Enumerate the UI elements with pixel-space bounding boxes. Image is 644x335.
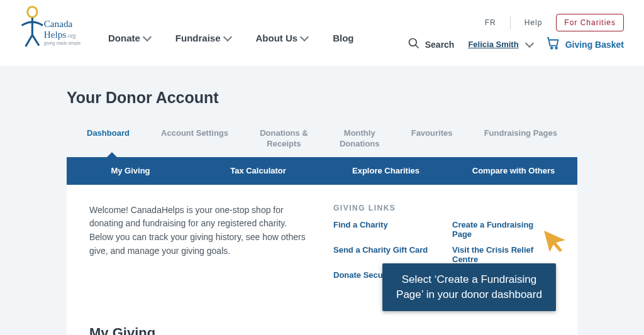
logo-tagline: giving made simple (44, 41, 81, 46)
help-link[interactable]: Help (525, 18, 543, 27)
logo-text-helps: Helps.org (44, 29, 76, 40)
subtab-my-giving[interactable]: My Giving (67, 166, 194, 175)
nav-fundraise[interactable]: Fundraise (175, 33, 231, 43)
link-send-gift-card[interactable]: Send a Charity Gift Card (333, 245, 436, 264)
nav-about-us[interactable]: About Us (256, 33, 308, 43)
site-logo[interactable]: Canada Helps.org giving made simple (19, 4, 96, 53)
divider (510, 16, 511, 30)
tab-account-settings[interactable]: Account Settings (161, 128, 228, 150)
svg-point-3 (551, 47, 553, 49)
canadahelps-logo-icon: Canada Helps.org giving made simple (19, 4, 96, 53)
svg-point-0 (28, 7, 37, 18)
link-crisis-relief-centre[interactable]: Visit the Crisis Relief Centre (452, 245, 555, 264)
svg-line-2 (415, 45, 418, 48)
account-tabs: Dashboard Account Settings Donations &Re… (67, 128, 577, 155)
for-charities-button[interactable]: For Charities (556, 14, 624, 31)
header-right-nav: Search Felicia Smith Giving Basket (408, 36, 624, 52)
giving-basket-link[interactable]: Giving Basket (547, 36, 624, 52)
welcome-text: Welcome! CanadaHelps is your one-stop sh… (89, 204, 308, 280)
dashboard-panel: Welcome! CanadaHelps is your one-stop sh… (67, 185, 577, 335)
logo-text-canada: Canada (44, 18, 73, 29)
link-find-charity[interactable]: Find a Charity (333, 220, 436, 239)
svg-point-1 (409, 39, 416, 47)
nav-blog[interactable]: Blog (333, 33, 353, 43)
tab-dashboard[interactable]: Dashboard (87, 128, 130, 150)
subtab-tax-calculator[interactable]: Tax Calculator (194, 166, 322, 175)
link-create-fundraising-page[interactable]: Create a Fundraising Page (452, 220, 555, 239)
tab-fundraising-pages[interactable]: Fundraising Pages (484, 128, 557, 150)
chevron-down-icon (223, 33, 231, 41)
dashboard-subnav: My Giving Tax Calculator Explore Chariti… (67, 157, 577, 185)
language-fr-link[interactable]: FR (485, 18, 496, 27)
tab-favourites[interactable]: Favourites (411, 128, 453, 150)
tutorial-callout: Select ‘Create a Fundraising Page’ in yo… (382, 263, 556, 311)
page-title: Your Donor Account (67, 89, 577, 107)
user-menu[interactable]: Felicia Smith (468, 40, 532, 49)
subtab-compare-others[interactable]: Compare with Others (450, 166, 577, 175)
primary-nav: Donate Fundraise About Us Blog (108, 33, 354, 43)
user-name-label: Felicia Smith (468, 40, 518, 49)
my-giving-heading: My Giving (89, 325, 555, 335)
chevron-down-icon (300, 33, 309, 41)
chevron-down-icon (143, 33, 152, 41)
top-utility-links: FR Help For Charities (485, 14, 624, 31)
svg-point-4 (555, 47, 557, 49)
cart-icon (547, 36, 560, 52)
tab-monthly-donations[interactable]: MonthlyDonations (340, 128, 380, 150)
tab-donations-receipts[interactable]: Donations &Receipts (260, 128, 308, 150)
chevron-down-icon (525, 39, 534, 48)
site-header: FR Help For Charities Canada Helps.org g… (0, 0, 644, 66)
giving-links-heading: GIVING LINKS (333, 204, 555, 212)
search-button[interactable]: Search (408, 37, 455, 52)
subtab-explore-charities[interactable]: Explore Charities (322, 166, 450, 175)
nav-donate[interactable]: Donate (108, 33, 150, 43)
search-icon (408, 37, 420, 52)
